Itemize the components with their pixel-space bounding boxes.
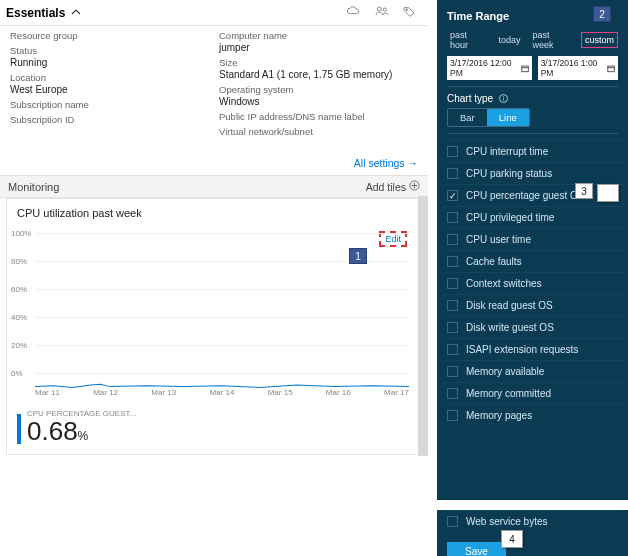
svg-rect-4 xyxy=(521,66,527,72)
edit-chart-blade: Time Range past hour today past week cus… xyxy=(437,0,628,500)
checkbox-icon[interactable] xyxy=(447,300,458,311)
y-tick: 60% xyxy=(11,285,27,294)
metric-item[interactable]: Web service bytes xyxy=(443,510,622,532)
essentials-title: Essentials xyxy=(6,6,65,20)
metric-label: CPU parking status xyxy=(466,168,552,179)
metric-label: CPU privileged time xyxy=(466,212,554,223)
range-custom[interactable]: custom xyxy=(581,32,618,48)
tag-icon[interactable] xyxy=(402,4,418,22)
field-value: Windows xyxy=(219,96,418,107)
field-label: Virtual network/subnet xyxy=(219,126,418,137)
checkbox-icon[interactable] xyxy=(447,322,458,333)
callout-box xyxy=(597,184,619,202)
checkbox-icon[interactable] xyxy=(447,344,458,355)
checkbox-icon[interactable] xyxy=(447,516,458,527)
add-tiles-label: Add tiles xyxy=(366,181,406,193)
add-tiles-button[interactable]: Add tiles xyxy=(366,180,420,193)
y-tick: 80% xyxy=(11,257,27,266)
metric-item[interactable]: Memory committed xyxy=(443,382,624,404)
svg-point-0 xyxy=(377,7,381,11)
checkbox-icon[interactable] xyxy=(447,212,458,223)
cpu-summary-value: 0.68% xyxy=(27,418,136,444)
main-blade: Essentials Resource group Status Running… xyxy=(0,0,428,556)
cloud-icon[interactable] xyxy=(346,4,362,22)
x-tick: Mar 13 xyxy=(151,388,176,397)
field-label: Location xyxy=(10,72,209,83)
x-tick: Mar 17 xyxy=(384,388,409,397)
checkbox-icon[interactable] xyxy=(447,146,458,157)
checkbox-icon[interactable] xyxy=(447,256,458,267)
start-date-input[interactable]: 3/17/2016 12:00 PM xyxy=(447,56,532,80)
metric-item[interactable]: CPU privileged time xyxy=(443,206,624,228)
metric-item[interactable]: Cache faults xyxy=(443,250,624,272)
metric-label: CPU percentage guest OS xyxy=(466,190,584,201)
svg-point-1 xyxy=(383,8,386,11)
checkbox-icon[interactable] xyxy=(447,234,458,245)
callout-4: 4 xyxy=(503,531,521,547)
checkbox-icon[interactable] xyxy=(447,410,458,421)
y-tick: 100% xyxy=(11,229,31,238)
range-today[interactable]: today xyxy=(496,33,524,47)
info-icon[interactable]: i xyxy=(499,94,508,103)
monitoring-title: Monitoring xyxy=(8,181,59,193)
metric-item[interactable]: Disk write guest OS xyxy=(443,316,624,338)
x-tick: Mar 11 xyxy=(35,388,60,397)
callout-3: 3 xyxy=(575,183,593,199)
checkbox-icon[interactable] xyxy=(447,168,458,179)
range-past-hour[interactable]: past hour xyxy=(447,28,490,52)
metric-item[interactable]: Memory pages xyxy=(443,404,624,426)
checkbox-icon[interactable] xyxy=(447,190,458,201)
chart-type-label: Chart type xyxy=(447,93,493,104)
field-label: Computer name xyxy=(219,30,418,41)
y-tick: 0% xyxy=(11,369,23,378)
range-past-week[interactable]: past week xyxy=(530,28,575,52)
checkbox-icon[interactable] xyxy=(447,278,458,289)
y-tick: 40% xyxy=(11,313,27,322)
field-label: Public IP address/DNS name label xyxy=(219,111,418,122)
metrics-list: CPU interrupt time CPU parking status CP… xyxy=(437,140,628,426)
svg-point-2 xyxy=(406,9,407,10)
plus-circle-icon xyxy=(409,180,420,193)
field-label: Subscription ID xyxy=(10,114,209,125)
end-date-input[interactable]: 3/17/2016 1:00 PM xyxy=(538,56,618,80)
field-label: Operating system xyxy=(219,84,418,95)
x-tick: Mar 12 xyxy=(93,388,118,397)
chart-title: CPU utilization past week xyxy=(7,199,419,223)
all-settings-link[interactable]: All settings → xyxy=(0,151,428,175)
chart-type-toggle: Bar Line xyxy=(447,108,530,127)
x-tick: Mar 16 xyxy=(326,388,351,397)
field-label: Resource group xyxy=(10,30,209,41)
calendar-icon xyxy=(521,64,529,73)
field-label: Size xyxy=(219,57,418,68)
metric-item[interactable]: CPU interrupt time xyxy=(443,140,624,162)
metric-item[interactable]: Context switches xyxy=(443,272,624,294)
monitoring-header: Monitoring Add tiles xyxy=(0,175,428,198)
metric-label: CPU user time xyxy=(466,234,531,245)
metric-label: Web service bytes xyxy=(466,516,548,527)
metric-item[interactable]: Disk read guest OS xyxy=(443,294,624,316)
metric-item[interactable]: CPU user time xyxy=(443,228,624,250)
metric-item[interactable]: ISAPI extension requests xyxy=(443,338,624,360)
field-label: Status xyxy=(10,45,209,56)
metric-item[interactable]: Memory available xyxy=(443,360,624,382)
cpu-chart-tile[interactable]: CPU utilization past week Edit 100% 80% … xyxy=(6,198,420,455)
metric-label: Context switches xyxy=(466,278,542,289)
metric-label: ISAPI extension requests xyxy=(466,344,578,355)
chart-type-bar[interactable]: Bar xyxy=(448,109,487,126)
people-icon[interactable] xyxy=(374,4,390,22)
cpu-summary: CPU PERCENTAGE GUEST... 0.68% xyxy=(7,403,419,454)
checkbox-icon[interactable] xyxy=(447,388,458,399)
scrollbar[interactable] xyxy=(418,196,428,456)
field-value: Running xyxy=(10,57,209,68)
essentials-grid: Resource group Status Running Location W… xyxy=(0,26,428,151)
cpu-summary-unit: % xyxy=(78,429,89,443)
save-button[interactable]: Save xyxy=(447,542,506,556)
chart-type-line[interactable]: Line xyxy=(487,109,529,126)
metric-label: CPU interrupt time xyxy=(466,146,548,157)
essentials-header[interactable]: Essentials xyxy=(0,0,428,26)
metric-item[interactable]: CPU parking status xyxy=(443,162,624,184)
field-value: West Europe xyxy=(10,84,209,95)
checkbox-icon[interactable] xyxy=(447,366,458,377)
edit-chart-footer: Web service bytes Save xyxy=(437,510,628,556)
metric-label: Disk read guest OS xyxy=(466,300,553,311)
